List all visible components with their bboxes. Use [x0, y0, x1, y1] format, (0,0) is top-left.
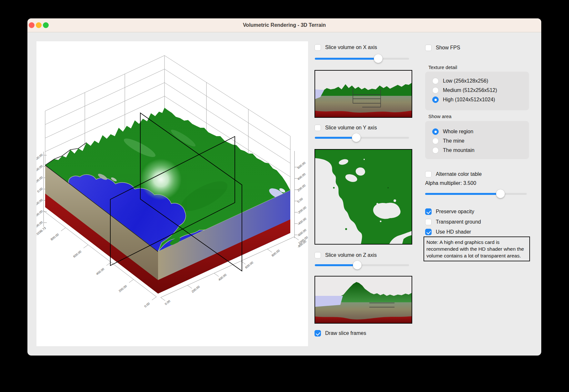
slice-z-slider[interactable] — [315, 261, 409, 270]
slice-y-row[interactable]: Slice volume on Y axis — [314, 124, 377, 131]
radio-label: High (1024x512x1024) — [443, 97, 495, 103]
alpha-multiplier-label: Alpha multiplier: 3.500 — [425, 180, 476, 186]
slice-z-checkbox[interactable] — [314, 252, 321, 258]
radio-texture-high[interactable]: High (1024x512x1024) — [432, 95, 529, 104]
svg-text:200.00: 200.00 — [191, 285, 200, 294]
transparent-ground-checkbox[interactable] — [425, 219, 432, 225]
draw-slice-frames-row[interactable]: Draw slice frames — [314, 330, 366, 337]
slider-thumb[interactable] — [496, 189, 505, 198]
radio-area-the-mine[interactable]: The mine — [432, 136, 529, 146]
svg-text:0.00: 0.00 — [296, 197, 303, 204]
slider-thumb[interactable] — [374, 54, 383, 63]
svg-text:200.00: 200.00 — [296, 184, 306, 192]
show-area-title: Show area — [428, 114, 452, 119]
radio-texture-medium[interactable]: Medium (512x256x512) — [432, 85, 529, 95]
svg-text:-200.00: -200.00 — [296, 206, 307, 215]
radio-texture-low[interactable]: Low (256x128x256) — [432, 76, 529, 85]
slice-x-row[interactable]: Slice volume on X axis — [314, 44, 377, 51]
slider-track[interactable] — [315, 58, 409, 60]
svg-text:200.00: 200.00 — [118, 284, 128, 293]
svg-text:0.00: 0.00 — [164, 299, 171, 306]
radio-indicator[interactable] — [432, 147, 439, 154]
show-fps-checkbox[interactable] — [425, 45, 432, 51]
terrain-3d-view[interactable]: 600.00 400.00 200.00 0.00 -200.00 -400.0… — [36, 41, 308, 346]
svg-text:0.00: 0.00 — [36, 187, 43, 193]
transparent-ground-label: Transparent ground — [436, 219, 481, 225]
texture-detail-group: Low (256x128x256) Medium (512x256x512) H… — [425, 72, 529, 110]
use-hd-shader-row[interactable]: Use HD shader — [425, 228, 471, 236]
radio-label: Low (256x128x256) — [443, 78, 488, 84]
radio-area-the-mountain[interactable]: The mountain — [432, 146, 529, 155]
svg-text:600.00: 600.00 — [244, 261, 254, 269]
draw-slice-frames-label: Draw slice frames — [325, 330, 366, 336]
titlebar[interactable]: Volumetric Rendering - 3D Terrain — [27, 18, 541, 32]
slider-thumb[interactable] — [352, 133, 361, 142]
radio-area-whole-region[interactable]: Whole region — [432, 127, 529, 136]
slider-track[interactable] — [315, 264, 409, 266]
z-slice-preview-image — [314, 276, 412, 324]
radio-label: Whole region — [443, 129, 473, 135]
svg-text:-400.00: -400.00 — [36, 209, 43, 219]
preserve-opacity-label: Preserve opacity — [436, 209, 474, 215]
slice-z-row[interactable]: Slice volume on Z axis — [314, 252, 377, 259]
svg-text:400.00: 400.00 — [217, 273, 227, 282]
slice-y-slider[interactable] — [315, 133, 409, 142]
slice-x-slider[interactable] — [315, 54, 409, 63]
radio-label: The mine — [443, 138, 464, 144]
svg-text:600.00: 600.00 — [296, 161, 306, 170]
use-hd-shader-label: Use HD shader — [436, 229, 471, 235]
slider-thumb[interactable] — [353, 261, 362, 269]
preserve-opacity-row[interactable]: Preserve opacity — [425, 208, 474, 215]
slice-y-label: Slice volume on Y axis — [325, 125, 377, 131]
draw-slice-frames-checkbox[interactable] — [314, 330, 321, 337]
svg-text:400.00: 400.00 — [36, 164, 43, 173]
alternate-color-table-row[interactable]: Alternate color table — [425, 171, 482, 178]
radio-label: Medium (512x256x512) — [443, 87, 497, 93]
svg-text:200.00: 200.00 — [36, 176, 43, 184]
slice-y-checkbox[interactable] — [314, 125, 321, 131]
slice-x-checkbox[interactable] — [314, 44, 321, 51]
radio-indicator[interactable] — [432, 128, 439, 135]
transparent-ground-row[interactable]: Transparent ground — [425, 218, 481, 226]
svg-text:600.00: 600.00 — [73, 250, 82, 258]
use-hd-shader-checkbox[interactable] — [425, 229, 432, 235]
svg-text:800.00: 800.00 — [50, 233, 60, 241]
svg-text:-1036.73: -1036.73 — [36, 226, 46, 236]
window-title: Volumetric Rendering - 3D Terrain — [27, 18, 541, 32]
radio-indicator[interactable] — [432, 78, 439, 84]
slice-z-label: Slice volume on Z axis — [325, 252, 377, 258]
y-slice-preview-image — [314, 149, 412, 245]
app-window: Volumetric Rendering - 3D Terrain — [27, 18, 541, 356]
svg-text:400.00: 400.00 — [95, 267, 105, 276]
alternate-color-table-checkbox[interactable] — [425, 171, 432, 177]
x-slice-preview-image — [314, 70, 412, 118]
texture-detail-title: Texture detail — [428, 65, 457, 70]
svg-text:600.00: 600.00 — [36, 153, 43, 162]
radio-label: The mountain — [443, 147, 474, 153]
show-fps-row[interactable]: Show FPS — [425, 44, 460, 51]
svg-text:-200.00: -200.00 — [36, 198, 43, 207]
radio-indicator[interactable] — [432, 96, 439, 103]
svg-text:400.00: 400.00 — [296, 172, 306, 181]
terrain-volume — [45, 108, 290, 294]
svg-text:800.00: 800.00 — [271, 249, 280, 257]
alpha-multiplier-slider[interactable] — [425, 189, 527, 198]
show-fps-label: Show FPS — [436, 45, 460, 51]
slider-track[interactable] — [315, 137, 409, 139]
hd-shader-note: Note: A high end graphics card is recomm… — [424, 236, 530, 261]
svg-text:-400.00: -400.00 — [296, 217, 307, 226]
show-area-group: Whole region The mine The mountain — [425, 121, 529, 159]
svg-text:0.00: 0.00 — [144, 302, 150, 308]
radio-indicator[interactable] — [432, 87, 439, 94]
slice-x-label: Slice volume on X axis — [325, 45, 377, 50]
preserve-opacity-checkbox[interactable] — [425, 208, 432, 215]
radio-indicator[interactable] — [432, 138, 439, 144]
slider-track[interactable] — [425, 193, 527, 195]
alternate-color-table-label: Alternate color table — [436, 171, 482, 177]
